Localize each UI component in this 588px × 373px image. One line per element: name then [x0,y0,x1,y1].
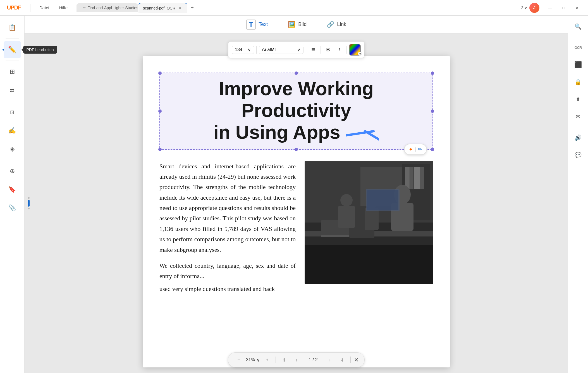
ai-button[interactable]: ✦ | ✏ [404,144,427,155]
stamp-icon: ◈ [10,145,15,153]
nav-up-icon: ↑ [295,357,298,362]
handle-tr[interactable] [431,71,434,75]
right-ocr-button[interactable]: OCR [571,40,586,55]
right-speaker-button[interactable]: 🔊 [571,130,586,145]
handle-bl[interactable] [158,148,162,151]
tab-1[interactable]: ✏ Find-and-Appl...igher-Studies [77,3,138,12]
svg-rect-10 [420,167,424,189]
sidebar-item-stamp[interactable]: ◈ [4,140,21,158]
sidebar-item-signature[interactable]: ✍ [4,122,21,139]
svg-rect-17 [338,206,355,228]
image-tool-icon: 🖼️ [288,21,295,28]
pdf-document: Improve Working Productivity in Using Ap… [143,56,450,367]
zoom-selector[interactable]: 31% ∨ [246,357,260,363]
right-send-button[interactable]: ✉ [571,109,586,124]
tab-add-button[interactable]: + [188,3,197,12]
maximize-button[interactable]: □ [557,3,570,13]
handle-tm[interactable] [295,71,298,75]
scroll-indicator [28,197,30,209]
user-avatar[interactable]: J [529,3,539,13]
fmt-div-4 [346,46,347,54]
sidebar-sep-1 [6,39,19,39]
svg-rect-12 [321,235,349,237]
toolbar-image[interactable]: 🖼️ Bild [282,19,312,30]
toolbar-text[interactable]: T Text [241,17,274,32]
right-sidebar: 🔍 OCR ⬛ 🔒 ⬆ ✉ 🔊 💬 [568,16,588,373]
align-button[interactable]: ≡ [308,45,318,55]
minimize-button[interactable]: — [544,3,557,13]
text-column: Smart devices and internet-based applica… [159,161,296,294]
font-size-value: 134 [235,47,242,52]
bold-button[interactable]: B [323,45,333,55]
nav-up-button[interactable]: ↑ [291,355,302,365]
svg-point-16 [340,194,353,206]
toolbar-link[interactable]: 🔗 Link [321,19,352,30]
page-nav: 2 ∨ [521,6,527,10]
font-size-selector[interactable]: 134 ∨ [232,46,254,54]
top-toolbar: T Text 🖼️ Bild 🔗 Link [25,16,568,34]
color-picker-button[interactable]: ∨ [349,44,361,56]
nav-up-fast-button[interactable]: ⇑ [279,355,289,365]
tab-2-close[interactable]: ✕ [178,6,183,11]
tab-1-label: Find-and-Appl...igher-Studies [87,6,138,10]
doc-area: 134 ∨ ArialMT ∨ ≡ B [25,34,568,373]
nav-down-button[interactable]: ↓ [325,355,335,365]
app-logo: UPDF [0,4,28,11]
handle-tl[interactable] [158,71,162,75]
bold-icon: B [326,47,330,53]
zoom-in-button[interactable]: + [262,355,272,365]
font-size-chevron: ∨ [248,47,251,52]
right-protect-button[interactable]: 🔒 [571,75,586,90]
right-search-button[interactable]: 🔍 [571,19,586,34]
font-name-selector[interactable]: ArialMT ∨ [259,46,303,54]
right-share-button[interactable]: ⬆ [571,92,586,107]
tab-2[interactable]: scanned-pdf_OCR ✕ [138,3,187,13]
selected-textbox[interactable]: Improve Working Productivity in Using Ap… [159,73,433,150]
handle-br[interactable] [431,148,434,151]
right-chat-button[interactable]: 💬 [571,147,586,162]
italic-icon: I [338,47,340,53]
menu-datei[interactable]: Datei [35,4,54,12]
zoom-chevron: ∨ [257,357,260,363]
close-button[interactable]: ✕ [571,3,584,13]
main-layout: 📋 ✏️ PDF bearbeiten ⊞ ⇄ ⊡ ✍ ◈ ⊕ [0,16,588,373]
sidebar-item-organize[interactable]: ⊞ [4,63,21,80]
titlebar-divider [30,4,30,12]
pdf-image [305,161,433,284]
right-sep-2 [573,127,584,127]
sidebar-item-ocr[interactable]: ⊡ [4,104,21,121]
chat-icon: 💬 [575,152,582,158]
handle-bm[interactable] [295,148,298,151]
zoom-out-button[interactable]: − [234,355,244,365]
sidebar-item-view-pages[interactable]: 📋 [4,19,21,36]
active-indicator [3,49,4,51]
scroll-dot-2 [28,208,30,209]
italic-button[interactable]: I [334,45,344,55]
format-toolbar: 134 ∨ ArialMT ∨ ≡ B [228,41,364,58]
sidebar-item-bookmark[interactable]: 🔖 [4,181,21,198]
fmt-div-2 [306,46,306,54]
sidebar-item-convert[interactable]: ⇄ [4,82,21,99]
user-initial: J [533,5,536,10]
right-redact-button[interactable]: ⬛ [571,57,586,72]
nav-down-fast-button[interactable]: ⇓ [337,355,347,365]
sidebar-sep-4 [6,160,19,160]
page-chevron[interactable]: ∨ [524,6,527,10]
page-number: 2 [521,6,523,10]
sidebar-item-attachment[interactable]: 📎 [4,199,21,217]
bottom-bar-close-button[interactable]: ✕ [354,357,359,363]
tab-edit-icon: ✏ [83,6,86,10]
handle-mr[interactable] [431,109,434,113]
ocr-icon: OCR [575,46,582,50]
search-icon: 🔍 [575,23,582,30]
titlebar-menu: Datei Hilfe [33,4,74,12]
align-icon: ≡ [312,46,315,53]
handle-ml[interactable] [158,109,162,113]
fmt-div-3 [321,46,321,54]
sidebar-item-edit-pdf[interactable]: ✏️ PDF bearbeiten [4,41,21,58]
signature-icon: ✍ [8,127,16,134]
sidebar-item-layers[interactable]: ⊕ [4,162,21,180]
menu-hilfe[interactable]: Hilfe [55,4,72,12]
scroll-dot-1 [28,197,30,199]
pdf-title-line2: in Using Apps [213,121,345,143]
